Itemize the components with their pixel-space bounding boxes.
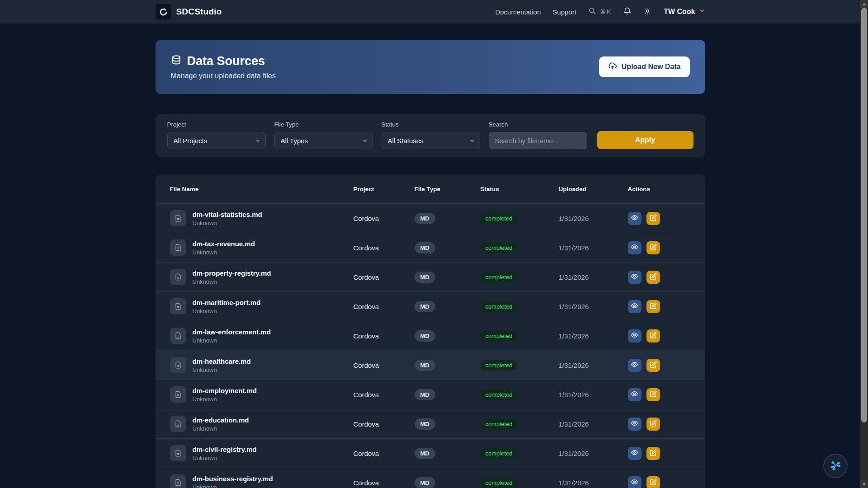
- edit-file-button[interactable]: [646, 271, 660, 284]
- file-type-badge: MD: [415, 330, 435, 342]
- file-type-badge: MD: [415, 213, 435, 224]
- view-file-button[interactable]: [628, 300, 642, 313]
- file-subtitle: Unknown: [193, 308, 261, 314]
- edit-file-button[interactable]: [646, 476, 660, 488]
- file-icon: [170, 269, 186, 285]
- file-name: dm-healthcare.md: [193, 357, 251, 365]
- file-type-badge: MD: [415, 242, 435, 253]
- filter-file-type: File Type All Types: [274, 121, 373, 149]
- edit-file-button[interactable]: [646, 359, 660, 372]
- assistant-fab-button[interactable]: [823, 454, 848, 478]
- view-file-button[interactable]: [628, 359, 642, 372]
- project-cell: Cordova: [354, 391, 415, 399]
- table-row[interactable]: dm-tax-revenue.md Unknown Cordova MD com…: [156, 233, 705, 263]
- view-file-button[interactable]: [628, 447, 642, 460]
- project-cell: Cordova: [354, 273, 415, 281]
- brand[interactable]: SDCStudio: [156, 4, 222, 19]
- file-subtitle: Unknown: [193, 220, 262, 226]
- file-name: dm-property-registry.md: [193, 269, 271, 277]
- status-badge: completed: [481, 419, 518, 429]
- edit-icon: [650, 479, 657, 487]
- scroll-down-arrow[interactable]: ▼: [860, 480, 868, 488]
- file-icon: [170, 210, 186, 226]
- table-row[interactable]: dm-business-registry.md Unknown Cordova …: [156, 468, 705, 488]
- file-subtitle: Unknown: [193, 455, 257, 461]
- theme-toggle-button[interactable]: [643, 7, 652, 17]
- col-header-status: Status: [481, 186, 559, 192]
- file-type-badge: MD: [415, 477, 435, 488]
- brand-name: SDCStudio: [176, 7, 222, 17]
- edit-file-button[interactable]: [646, 329, 660, 343]
- user-name: TW Cook: [664, 8, 695, 16]
- view-file-button[interactable]: [628, 329, 642, 343]
- apply-filters-button[interactable]: Apply: [597, 131, 693, 149]
- scrollbar-thumb[interactable]: [861, 8, 867, 422]
- file-icon: [170, 445, 186, 461]
- edit-file-button[interactable]: [646, 212, 660, 225]
- page-subtitle: Manage your uploaded data files: [171, 72, 276, 80]
- table-row[interactable]: dm-property-registry.md Unknown Cordova …: [156, 263, 705, 292]
- view-file-button[interactable]: [628, 241, 642, 254]
- file-icon: [170, 298, 186, 314]
- uploaded-cell: 1/31/2026: [559, 244, 628, 252]
- bell-icon: [623, 7, 632, 17]
- view-file-button[interactable]: [628, 476, 642, 488]
- nav-link-documentation[interactable]: Documentation: [495, 8, 541, 16]
- search-shortcut: ⌘K: [600, 8, 611, 15]
- edit-file-button[interactable]: [646, 388, 660, 401]
- uploaded-cell: 1/31/2026: [559, 215, 628, 222]
- table-row[interactable]: dm-employment.md Unknown Cordova MD comp…: [156, 380, 705, 409]
- view-file-button[interactable]: [628, 271, 642, 284]
- table-row[interactable]: dm-law-enforcement.md Unknown Cordova MD…: [156, 321, 705, 351]
- file-type-select[interactable]: All Types: [274, 132, 373, 149]
- file-subtitle: Unknown: [193, 249, 255, 256]
- file-name: dm-law-enforcement.md: [193, 328, 271, 336]
- eye-icon: [631, 419, 638, 428]
- edit-icon: [650, 390, 657, 399]
- file-type-badge: MD: [415, 272, 435, 283]
- table-row[interactable]: dm-education.md Unknown Cordova MD compl…: [156, 409, 705, 439]
- file-type-filter-label: File Type: [274, 121, 373, 128]
- notifications-button[interactable]: [623, 7, 632, 17]
- upload-new-data-button[interactable]: Upload New Data: [599, 56, 690, 77]
- filter-status: Status All Statuses: [382, 121, 480, 149]
- status-select[interactable]: All Statuses: [382, 132, 480, 149]
- upload-button-label: Upload New Data: [622, 63, 681, 71]
- eye-icon: [631, 478, 638, 487]
- page-header-banner: Data Sources Manage your uploaded data f…: [156, 40, 705, 94]
- table-row[interactable]: dm-civil-registry.md Unknown Cordova MD …: [156, 439, 705, 468]
- edit-icon: [650, 361, 657, 370]
- status-badge: completed: [481, 389, 518, 400]
- project-select[interactable]: All Projects: [167, 132, 266, 149]
- col-header-file-name: File Name: [170, 186, 354, 192]
- file-name: dm-civil-registry.md: [193, 446, 257, 453]
- eye-icon: [631, 214, 638, 223]
- status-badge: completed: [481, 448, 518, 459]
- global-search-button[interactable]: ⌘K: [588, 7, 611, 17]
- scrollbar[interactable]: ▲ ▼: [860, 0, 868, 488]
- edit-file-button[interactable]: [646, 300, 660, 313]
- eye-icon: [631, 449, 638, 458]
- data-sources-table: File Name Project File Type Status Uploa…: [156, 174, 705, 488]
- table-row[interactable]: dm-healthcare.md Unknown Cordova MD comp…: [156, 351, 705, 380]
- view-file-button[interactable]: [628, 212, 642, 225]
- file-icon: [170, 474, 186, 488]
- edit-file-button[interactable]: [646, 447, 660, 460]
- table-header-row: File Name Project File Type Status Uploa…: [156, 174, 705, 204]
- file-icon: [170, 386, 186, 403]
- project-cell: Cordova: [354, 244, 415, 252]
- table-row[interactable]: dm-vital-statistics.md Unknown Cordova M…: [156, 204, 705, 233]
- scroll-up-arrow[interactable]: ▲: [860, 0, 868, 8]
- status-badge: completed: [481, 331, 518, 341]
- eye-icon: [631, 302, 638, 311]
- uploaded-cell: 1/31/2026: [559, 391, 628, 399]
- search-input[interactable]: [489, 132, 587, 149]
- view-file-button[interactable]: [628, 388, 642, 401]
- edit-file-button[interactable]: [646, 418, 660, 431]
- table-row[interactable]: dm-maritime-port.md Unknown Cordova MD c…: [156, 292, 705, 321]
- user-menu[interactable]: TW Cook: [664, 8, 705, 16]
- nav-link-support[interactable]: Support: [552, 8, 576, 16]
- view-file-button[interactable]: [628, 418, 642, 431]
- uploaded-cell: 1/31/2026: [559, 450, 628, 457]
- edit-file-button[interactable]: [646, 241, 660, 254]
